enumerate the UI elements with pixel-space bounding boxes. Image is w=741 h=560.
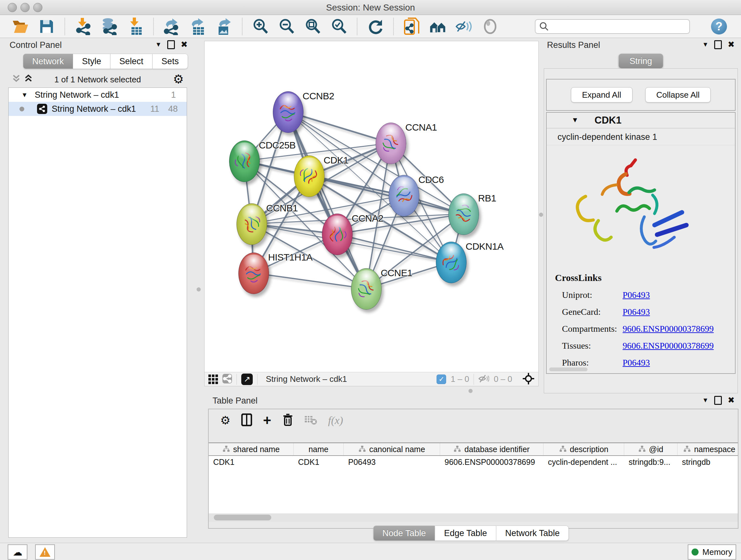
export-network-icon[interactable]	[163, 18, 180, 35]
column-header-description[interactable]: description	[543, 443, 624, 455]
import-table-icon[interactable]	[127, 18, 144, 35]
cloud-button[interactable]: ☁	[8, 544, 27, 560]
network-node-CDC25B[interactable]	[229, 140, 260, 182]
apply-layout-icon[interactable]	[367, 18, 384, 35]
collection-expand-icon[interactable]: ▼	[21, 91, 28, 99]
collapse-all-button[interactable]: Collapse All	[645, 87, 711, 103]
results-horizontal-scrollbar[interactable]	[549, 368, 588, 371]
tab-node-table[interactable]: Node Table	[373, 525, 435, 541]
panel-float-icon[interactable]	[714, 40, 722, 49]
network-canvas[interactable]: CCNB2CCNA1CDC25BCDK1CDC6RB1CCNB1CCNA2CDK…	[205, 41, 538, 372]
tab-sets[interactable]: Sets	[152, 54, 188, 69]
table-cell: stringdb	[677, 456, 738, 468]
panel-float-icon[interactable]	[167, 40, 175, 49]
zoom-selected-icon[interactable]	[331, 18, 347, 35]
network-collection-row[interactable]: ▼ String Network – cdk1 1	[9, 88, 187, 102]
first-neighbors-icon[interactable]	[403, 18, 420, 35]
home-icon[interactable]	[429, 18, 446, 35]
open-session-icon[interactable]	[12, 18, 29, 35]
show-columns-icon[interactable]	[241, 414, 252, 428]
table-row[interactable]: CDK1CDK1P064939606.ENSP00000378699cyclin…	[209, 456, 738, 468]
crosslink-link[interactable]: P06493	[623, 307, 650, 317]
results-panel: Results Panel ▼ ✖ String Expand All Coll…	[542, 40, 739, 393]
hidden-eye-slash-icon[interactable]	[478, 374, 489, 384]
network-node-HIST1H1A[interactable]	[239, 253, 269, 294]
network-node-CCNA2[interactable]	[322, 213, 353, 255]
column-header-@id[interactable]: @id	[624, 443, 677, 455]
column-header-namespace[interactable]: namespace	[677, 443, 738, 455]
crosslinks-title: CrossLinks	[555, 272, 729, 283]
import-network-file-icon[interactable]	[75, 18, 91, 35]
import-network-database-icon[interactable]	[101, 18, 118, 35]
pan-target-icon[interactable]	[522, 373, 535, 386]
export-image-icon[interactable]	[216, 18, 232, 35]
panel-collapse-icon[interactable]: ▼	[155, 41, 161, 48]
crosslink-link[interactable]: 9606.ENSP00000378699	[623, 324, 714, 334]
network-node-CDK1[interactable]	[294, 155, 325, 197]
show-hide-panels-icon[interactable]	[456, 18, 472, 35]
network-node-CCNB2[interactable]	[273, 91, 304, 133]
open-in-window-icon[interactable]: ↗	[241, 374, 253, 385]
zoom-out-icon[interactable]	[278, 18, 295, 35]
network-node-CCNE1[interactable]	[351, 268, 382, 310]
right-splitter-handle[interactable]	[539, 212, 543, 217]
tab-string[interactable]: String	[619, 54, 663, 68]
column-header-name[interactable]: name	[293, 443, 344, 455]
export-table-icon[interactable]	[190, 18, 206, 35]
tab-style[interactable]: Style	[73, 54, 111, 69]
zoom-in-icon[interactable]	[252, 18, 269, 35]
add-column-icon[interactable]: +	[263, 413, 271, 428]
table-settings-gear-icon[interactable]: ⚙	[220, 414, 230, 427]
delete-column-trash-icon[interactable]	[282, 413, 293, 428]
crosslink-label: Pharos:	[555, 358, 623, 368]
panel-collapse-icon[interactable]: ▼	[702, 41, 709, 48]
column-label: name	[309, 445, 329, 454]
network-node-CDKN1A[interactable]	[436, 242, 467, 283]
network-row[interactable]: String Network – cdk1 11 48	[9, 102, 187, 116]
scrollbar-thumb[interactable]	[214, 515, 271, 520]
node-count: 11	[150, 104, 159, 114]
network-node-CDC6[interactable]	[389, 175, 419, 216]
column-header-database-identifier[interactable]: database identifier	[440, 443, 543, 455]
search-input[interactable]	[549, 21, 689, 32]
tab-edge-table[interactable]: Edge Table	[435, 525, 496, 541]
memory-button[interactable]: Memory	[688, 544, 736, 560]
tab-select[interactable]: Select	[111, 54, 152, 69]
network-node-CCNA1[interactable]	[376, 123, 406, 164]
search-icon	[539, 22, 549, 31]
crosslink-label: GeneCard:	[555, 307, 623, 317]
network-options-gear-icon[interactable]: ⚙	[173, 72, 184, 86]
table-panel: Table Panel ▼ ✖ ⚙ + f(x) shared namename…	[203, 395, 739, 540]
save-session-icon[interactable]	[38, 18, 55, 35]
crosslink-link[interactable]: P06493	[623, 358, 650, 368]
crosslink-label: Compartments:	[555, 324, 623, 334]
panel-collapse-icon[interactable]: ▼	[702, 396, 709, 404]
crosslink-link[interactable]: 9606.ENSP00000378699	[623, 341, 714, 351]
table-header-row[interactable]: shared namenamecanonical namedatabase id…	[209, 443, 738, 456]
zoom-fit-icon[interactable]	[305, 18, 321, 35]
warnings-button[interactable]: !	[35, 544, 55, 560]
column-header-canonical-name[interactable]: canonical name	[344, 443, 440, 455]
search-box[interactable]	[535, 19, 690, 34]
panel-float-icon[interactable]	[714, 396, 722, 405]
crosslink-link[interactable]: P06493	[623, 290, 650, 300]
column-header-shared-name[interactable]: shared name	[209, 443, 293, 455]
tab-network[interactable]: Network	[23, 54, 73, 69]
entry-collapse-icon[interactable]: ▼	[571, 116, 579, 124]
panel-close-icon[interactable]: ✖	[728, 40, 735, 50]
tab-network-table[interactable]: Network Table	[496, 525, 569, 541]
network-node-RB1[interactable]	[448, 193, 479, 235]
left-splitter-handle[interactable]	[197, 287, 201, 292]
result-entry-header[interactable]: ▼ CDK1	[547, 113, 735, 128]
help-icon[interactable]: ?	[711, 18, 727, 35]
horizontal-splitter-handle[interactable]	[468, 389, 473, 393]
expand-all-button[interactable]: Expand All	[571, 87, 632, 103]
network-share-icon[interactable]	[222, 374, 232, 385]
panel-close-icon[interactable]: ✖	[728, 395, 735, 405]
column-type-icon	[222, 445, 230, 454]
selected-nodes-checkbox-icon[interactable]: ✓	[436, 374, 446, 384]
panel-close-icon[interactable]: ✖	[181, 40, 188, 50]
table-horizontal-scrollbar[interactable]	[209, 513, 738, 522]
network-node-CCNB1[interactable]	[237, 203, 267, 245]
birds-eye-view-icon[interactable]	[208, 374, 218, 384]
